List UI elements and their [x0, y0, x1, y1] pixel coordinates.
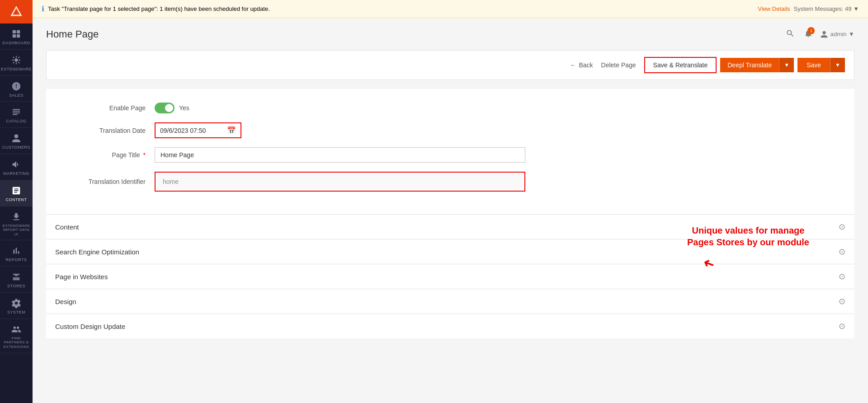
dropdown-arrow-icon: ▼	[853, 5, 859, 12]
form-wrapper: Enable Page Yes Translation Date 📅	[46, 89, 854, 338]
notification-bar: ℹ Task "Translate page for 1 selected pa…	[33, 0, 868, 18]
enable-page-row: Enable Page Yes	[64, 103, 836, 113]
sidebar-item-stores[interactable]: STORES	[0, 267, 33, 293]
page-header: Home Page 1 admin ▼	[46, 27, 854, 41]
page-websites-chevron-icon: ⊙	[839, 272, 845, 281]
deepl-arrow-icon: ▼	[784, 62, 789, 68]
sidebar-label-customers: CUSTOMERS	[2, 145, 30, 150]
save-dropdown-button[interactable]: ▼	[830, 58, 845, 72]
notifications-button[interactable]: 1	[804, 29, 813, 39]
sidebar-label-system: SYSTEM	[7, 310, 25, 315]
sidebar-item-system[interactable]: SYSTEM	[0, 293, 33, 319]
page-title-input[interactable]	[155, 147, 525, 163]
page-websites-section: Page in Websites ⊙	[46, 264, 854, 289]
info-icon: ℹ	[42, 5, 44, 13]
sidebar-item-extendware-import[interactable]: EXTENDWARE IMPORT DATA UI	[0, 206, 33, 241]
sidebar-item-reports[interactable]: REPORTS	[0, 240, 33, 267]
seo-section-header[interactable]: Search Engine Optimization ⊙	[46, 239, 854, 264]
save-arrow-icon: ▼	[835, 62, 840, 68]
svg-rect-3	[17, 34, 20, 37]
seo-section: Search Engine Optimization ⊙	[46, 239, 854, 264]
page-title-label: Page Title *	[64, 151, 155, 159]
svg-point-4	[14, 58, 18, 61]
notification-left: ℹ Task "Translate page for 1 selected pa…	[42, 5, 270, 13]
notification-message: Task "Translate page for 1 selected page…	[48, 5, 270, 12]
custom-design-label: Custom Design Update	[55, 323, 125, 330]
sidebar-item-find-partners[interactable]: FIND PARTNERS & EXTENSIONS	[0, 319, 33, 353]
custom-design-chevron-icon: ⊙	[839, 321, 845, 331]
translation-date-label: Translation Date	[64, 127, 155, 134]
page-title: Home Page	[46, 28, 99, 40]
delete-page-button[interactable]: Delete Page	[601, 61, 636, 69]
system-messages[interactable]: System Messages: 49 ▼	[794, 5, 859, 12]
notification-right: View Details System Messages: 49 ▼	[758, 5, 859, 12]
design-section-header[interactable]: Design ⊙	[46, 289, 854, 314]
seo-chevron-icon: ⊙	[839, 247, 845, 257]
sidebar-label-sales: SALES	[9, 93, 24, 98]
content-area: Home Page 1 admin ▼ ← Back	[33, 18, 868, 403]
translation-identifier-label: Translation Identifier	[64, 178, 155, 185]
translation-identifier-input[interactable]	[157, 174, 523, 189]
sidebar-label-marketing: MARKETING	[3, 171, 29, 176]
search-button[interactable]	[784, 27, 797, 41]
sidebar-item-catalog[interactable]: CATALOG	[0, 102, 33, 128]
sidebar-label-partners: FIND PARTNERS & EXTENSIONS	[2, 336, 31, 349]
translation-identifier-field-wrapper	[155, 172, 525, 192]
back-arrow-icon: ←	[570, 61, 576, 69]
seo-section-label: Search Engine Optimization	[55, 248, 139, 256]
admin-label: admin	[830, 31, 846, 37]
sidebar-item-customers[interactable]: CUSTOMERS	[0, 128, 33, 154]
page-websites-label: Page in Websites	[55, 273, 108, 281]
svg-rect-2	[13, 34, 16, 37]
enable-page-toggle-row: Yes	[155, 103, 189, 113]
deepl-translate-dropdown-button[interactable]: ▼	[779, 58, 794, 72]
content-section: Content ⊙	[46, 214, 854, 239]
calendar-icon[interactable]: 📅	[227, 126, 236, 135]
sidebar-label-dashboard: DASHBOARD	[2, 41, 30, 46]
custom-design-section: Custom Design Update ⊙	[46, 314, 854, 338]
admin-menu-button[interactable]: admin ▼	[820, 30, 854, 38]
sidebar-label-import: EXTENDWARE IMPORT DATA UI	[2, 224, 31, 237]
svg-rect-0	[13, 30, 16, 33]
sidebar-label-content: CONTENT	[6, 197, 27, 202]
translation-date-field-wrapper: 📅	[155, 122, 241, 138]
logo[interactable]	[0, 0, 33, 23]
deepl-translate-group: Deepl Translate ▼	[720, 58, 794, 72]
page-title-row: Page Title *	[64, 147, 836, 163]
sidebar-label-reports: REPORTS	[6, 258, 27, 262]
header-actions: 1 admin ▼	[784, 27, 854, 41]
back-button[interactable]: ← Back	[570, 61, 593, 69]
sidebar-label-catalog: CATALOG	[6, 119, 26, 124]
sidebar-label-stores: STORES	[7, 284, 25, 289]
deepl-translate-button[interactable]: Deepl Translate	[720, 58, 779, 72]
bell-badge: 1	[807, 27, 815, 34]
sidebar-label-extendware: EXTENDWARE	[1, 67, 32, 72]
content-section-label: Content	[55, 223, 79, 231]
sidebar: DASHBOARD EXTENDWARE SALES CATALOG CUSTO…	[0, 0, 33, 403]
page-websites-header[interactable]: Page in Websites ⊙	[46, 264, 854, 289]
custom-design-header[interactable]: Custom Design Update ⊙	[46, 314, 854, 338]
required-asterisk: *	[143, 151, 146, 159]
svg-rect-1	[17, 30, 20, 33]
translation-date-input[interactable]	[160, 127, 223, 134]
design-section-label: Design	[55, 298, 76, 305]
view-details-link[interactable]: View Details	[758, 5, 790, 12]
sidebar-item-content[interactable]: CONTENT	[0, 180, 33, 206]
translation-identifier-row: Translation Identifier	[64, 172, 836, 192]
content-chevron-icon: ⊙	[839, 222, 845, 232]
admin-dropdown-icon: ▼	[849, 31, 854, 37]
translation-date-row: Translation Date 📅	[64, 122, 836, 138]
enable-page-label: Enable Page	[64, 104, 155, 112]
sidebar-item-dashboard[interactable]: DASHBOARD	[0, 23, 33, 50]
save-group: Save ▼	[797, 58, 845, 72]
sidebar-item-extendware[interactable]: EXTENDWARE	[0, 50, 33, 76]
sidebar-item-marketing[interactable]: MARKETING	[0, 154, 33, 180]
design-chevron-icon: ⊙	[839, 296, 845, 306]
form-section: Enable Page Yes Translation Date 📅	[46, 89, 854, 214]
sidebar-item-sales[interactable]: SALES	[0, 76, 33, 102]
enable-page-toggle[interactable]	[155, 103, 175, 113]
save-retranslate-button[interactable]: Save & Retranslate	[644, 57, 717, 73]
main-content: ℹ Task "Translate page for 1 selected pa…	[33, 0, 868, 403]
save-button[interactable]: Save	[797, 58, 830, 72]
content-section-header[interactable]: Content ⊙	[46, 215, 854, 239]
